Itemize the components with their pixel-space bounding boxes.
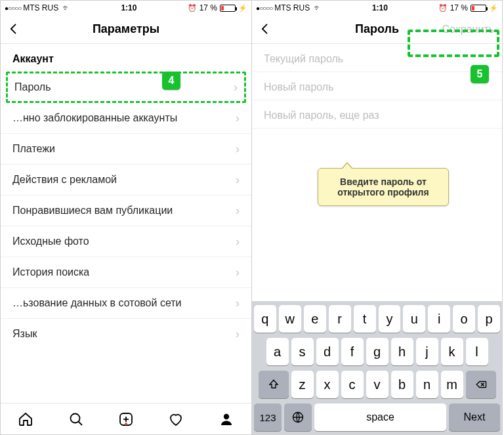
status-bar: ●○○○○ MTS RUS ᯤ 1:10 ⏰ 17 % ⚡ (1, 1, 251, 15)
notification-dot-icon (125, 423, 127, 425)
key-globe[interactable] (284, 404, 312, 431)
placeholder: Новый пароль, еще раз (264, 110, 379, 121)
status-bar: ●○○○○ MTS RUS ᯤ 1:10 ⏰ 17 % ⚡ (252, 1, 502, 15)
row-liked-posts[interactable]: Понравившиеся вам публикации › (1, 196, 251, 226)
key-c[interactable]: c (341, 371, 364, 398)
key-g[interactable]: g (366, 338, 388, 365)
key-j[interactable]: j (416, 338, 438, 365)
key-r[interactable]: r (329, 305, 351, 333)
key-e[interactable]: e (304, 305, 326, 333)
tab-bar (1, 403, 251, 434)
back-button[interactable] (7, 21, 28, 38)
svg-point-5 (224, 413, 229, 419)
key-d[interactable]: d (316, 338, 339, 365)
signal-dots-icon: ●○○○○ (256, 5, 272, 12)
key-n[interactable]: n (416, 371, 438, 398)
key-f[interactable]: f (341, 338, 364, 365)
key-p[interactable]: p (478, 305, 500, 333)
row-label: Понравившиеся вам публикации (12, 205, 173, 217)
chevron-right-icon: › (236, 143, 240, 155)
battery-icon (220, 5, 236, 12)
field-new-password[interactable]: Новый пароль (252, 72, 502, 100)
row-cellular-data[interactable]: …ьзование данных в сотовой сети › (1, 288, 251, 319)
alarm-icon: ⏰ (438, 4, 448, 12)
screenshots-pair: ●○○○○ MTS RUS ᯤ 1:10 ⏰ 17 % ⚡ Параметры … (0, 0, 504, 435)
carrier-label: MTS RUS (274, 3, 310, 12)
row-original-photos[interactable]: Исходные фото › (1, 226, 251, 257)
key-h[interactable]: h (391, 338, 413, 365)
chevron-right-icon: › (236, 266, 240, 278)
profile-icon[interactable] (218, 411, 235, 428)
row-label: Пароль (14, 81, 51, 93)
chevron-right-icon: › (236, 112, 240, 124)
charging-icon: ⚡ (489, 4, 498, 12)
key-backspace[interactable] (466, 371, 496, 398)
key-w[interactable]: w (279, 305, 301, 333)
row-payments[interactable]: Платежи › (1, 134, 251, 165)
page-title: Параметры (1, 22, 251, 36)
save-button[interactable]: Сохранить (439, 15, 497, 43)
row-label: Исходные фото (12, 236, 89, 247)
chevron-right-icon: › (236, 205, 240, 217)
key-next[interactable]: Next (449, 404, 500, 431)
activity-heart-icon[interactable] (167, 411, 184, 428)
wifi-icon: ᯤ (62, 3, 70, 12)
key-u[interactable]: u (403, 305, 425, 333)
key-q[interactable]: q (254, 305, 276, 333)
key-shift[interactable] (259, 371, 289, 398)
row-search-history[interactable]: История поиска › (1, 257, 251, 288)
row-ads-activity[interactable]: Действия с рекламой › (1, 165, 251, 196)
key-y[interactable]: y (379, 305, 401, 333)
row-password[interactable]: Пароль › (6, 72, 246, 103)
callout-text: Введите пароль от открытого профиля (337, 176, 429, 197)
key-s[interactable]: s (291, 338, 314, 365)
key-x[interactable]: x (316, 371, 339, 398)
key-i[interactable]: i (428, 305, 450, 333)
key-l[interactable]: l (466, 338, 488, 365)
field-repeat-password[interactable]: Новый пароль, еще раз (252, 100, 502, 129)
chevron-right-icon: › (236, 236, 240, 247)
signal-dots-icon: ●○○○○ (5, 5, 21, 12)
add-post-icon[interactable] (117, 411, 135, 428)
placeholder: Новый пароль (264, 81, 334, 93)
wifi-icon: ᯤ (314, 3, 322, 12)
row-label: Действия с рекламой (12, 174, 117, 186)
row-label: …ьзование данных в сотовой сети (12, 297, 182, 309)
phone-password: ●○○○○ MTS RUS ᯤ 1:10 ⏰ 17 % ⚡ Пароль Сох… (251, 0, 503, 435)
back-button[interactable] (259, 21, 280, 38)
battery-icon (471, 5, 486, 12)
placeholder: Текущий пароль (264, 53, 343, 64)
chevron-right-icon: › (236, 174, 240, 186)
key-t[interactable]: t (354, 305, 376, 333)
field-current-password[interactable]: Текущий пароль (252, 44, 502, 72)
clock-label: 1:10 (322, 3, 438, 12)
nav-header: Пароль Сохранить (252, 15, 502, 44)
key-o[interactable]: o (453, 305, 475, 333)
chevron-right-icon: › (234, 81, 238, 93)
row-language[interactable]: Язык › (1, 319, 251, 344)
key-m[interactable]: m (441, 371, 463, 398)
key-z[interactable]: z (291, 371, 314, 398)
clock-label: 1:10 (70, 3, 187, 12)
row-label: История поиска (12, 266, 89, 278)
key-k[interactable]: k (441, 338, 463, 365)
key-123[interactable]: 123 (254, 404, 282, 431)
charging-icon: ⚡ (238, 4, 247, 12)
row-blocked-accounts[interactable]: …нно заблокированные аккаунты › (1, 103, 251, 134)
battery-pct: 17 % (200, 3, 217, 12)
step-badge-4: 4 (162, 72, 180, 90)
key-b[interactable]: b (391, 371, 413, 398)
home-icon[interactable] (17, 411, 34, 428)
carrier-label: MTS RUS (23, 3, 58, 12)
key-v[interactable]: v (366, 371, 388, 398)
callout-tooltip: Введите пароль от открытого профиля (318, 168, 449, 206)
search-tab-icon[interactable] (68, 411, 85, 428)
phone-settings: ●○○○○ MTS RUS ᯤ 1:10 ⏰ 17 % ⚡ Параметры … (0, 0, 251, 435)
row-label: Платежи (12, 143, 55, 155)
key-space[interactable]: space (314, 404, 446, 431)
step-badge-5: 5 (471, 65, 489, 83)
ios-keyboard: q w e r t y u i o p a s d f g h j k l (252, 301, 502, 434)
chevron-right-icon: › (236, 297, 240, 309)
row-label: …нно заблокированные аккаунты (12, 112, 177, 124)
key-a[interactable]: a (266, 338, 289, 365)
